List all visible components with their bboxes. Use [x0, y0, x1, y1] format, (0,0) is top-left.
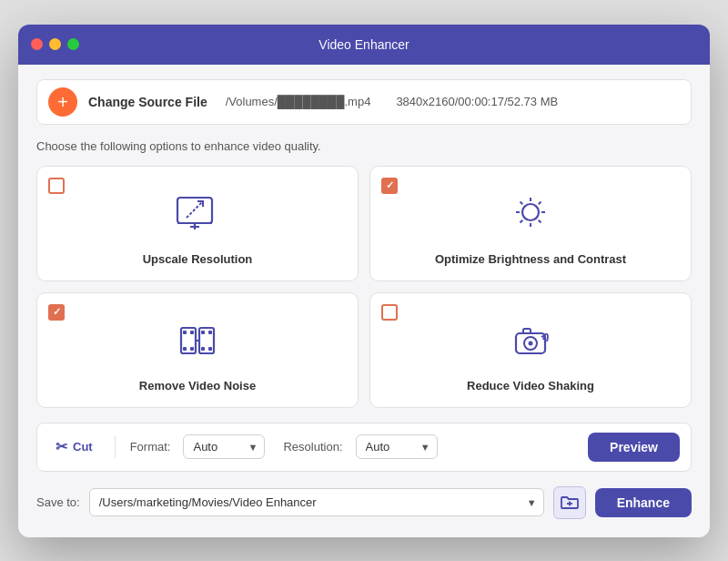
resolution-label: Resolution: — [283, 440, 342, 454]
sun-icon — [505, 192, 556, 240]
shake-checkbox[interactable] — [381, 304, 398, 321]
resolution-select[interactable]: Auto 4K 1080p 720p 480p — [356, 434, 438, 459]
app-window: Video Enhancer + Change Source File /Vol… — [18, 25, 710, 537]
noise-label: Remove Video Noise — [139, 379, 256, 393]
folder-browse-button[interactable] — [553, 486, 586, 519]
save-path-wrap: ▼ — [89, 488, 544, 516]
scissors-icon: ✂ — [56, 438, 67, 455]
option-brightness[interactable]: Optimize Brightness and Contrast — [369, 166, 692, 281]
save-bar: Save to: ▼ Enhance — [36, 486, 692, 519]
minimize-button[interactable] — [49, 38, 61, 50]
toolbar-separator — [115, 436, 116, 458]
svg-point-5 — [522, 204, 539, 220]
svg-line-11 — [539, 219, 541, 222]
svg-point-27 — [529, 341, 533, 345]
monitor-upscale-icon — [172, 192, 223, 240]
add-source-button[interactable]: + — [48, 87, 77, 117]
svg-rect-21 — [201, 331, 205, 334]
option-upscale[interactable]: Upscale Resolution — [36, 166, 359, 281]
shake-label: Reduce Video Shaking — [467, 379, 594, 393]
svg-rect-20 — [190, 347, 194, 351]
hint-text: Choose the following options to enhance … — [36, 139, 692, 153]
format-select-wrap: Auto MP4 MOV AVI MKV ▼ — [183, 434, 265, 459]
option-shake[interactable]: Reduce Video Shaking — [369, 292, 692, 408]
brightness-label: Optimize Brightness and Contrast — [435, 252, 626, 266]
camera-shake-icon — [505, 319, 556, 366]
noise-checkbox[interactable] — [48, 304, 65, 321]
film-noise-icon — [172, 319, 223, 366]
titlebar: Video Enhancer — [18, 25, 710, 65]
change-source-label[interactable]: Change Source File — [88, 95, 207, 109]
brightness-checkbox[interactable] — [381, 178, 398, 194]
format-select[interactable]: Auto MP4 MOV AVI MKV — [183, 434, 265, 459]
svg-rect-19 — [183, 347, 187, 351]
traffic-lights — [31, 38, 79, 50]
svg-rect-18 — [190, 331, 194, 334]
svg-line-4 — [187, 201, 203, 218]
preview-button[interactable]: Preview — [588, 433, 680, 462]
cut-label: Cut — [73, 440, 93, 454]
save-to-label: Save to: — [36, 495, 80, 509]
svg-rect-23 — [201, 347, 205, 351]
upscale-checkbox[interactable] — [48, 178, 65, 194]
svg-line-12 — [539, 201, 541, 204]
enhance-button[interactable]: Enhance — [595, 488, 692, 517]
cut-button[interactable]: ✂ Cut — [48, 434, 100, 459]
folder-icon — [561, 495, 579, 510]
close-button[interactable] — [31, 38, 43, 50]
save-path-input[interactable] — [89, 488, 544, 516]
source-meta: 3840x2160/00:00:17/52.73 MB — [396, 95, 558, 108]
svg-rect-17 — [183, 331, 187, 334]
main-content: + Change Source File /Volumes/████████.m… — [18, 65, 710, 537]
svg-rect-24 — [208, 347, 212, 351]
format-label: Format: — [130, 440, 171, 454]
toolbar: ✂ Cut Format: Auto MP4 MOV AVI MKV ▼ Res… — [36, 423, 692, 472]
svg-line-10 — [521, 201, 523, 204]
svg-rect-22 — [208, 331, 212, 334]
options-grid: Upscale Resolution — [36, 166, 692, 408]
source-bar: + Change Source File /Volumes/████████.m… — [36, 79, 692, 125]
maximize-button[interactable] — [67, 38, 79, 50]
resolution-select-wrap: Auto 4K 1080p 720p 480p ▼ — [356, 434, 438, 459]
option-noise[interactable]: Remove Video Noise — [36, 292, 359, 408]
source-path: /Volumes/████████.mp4 — [226, 95, 371, 108]
upscale-label: Upscale Resolution — [143, 252, 253, 266]
window-title: Video Enhancer — [318, 37, 409, 52]
svg-rect-28 — [523, 329, 531, 333]
svg-line-13 — [521, 219, 523, 222]
